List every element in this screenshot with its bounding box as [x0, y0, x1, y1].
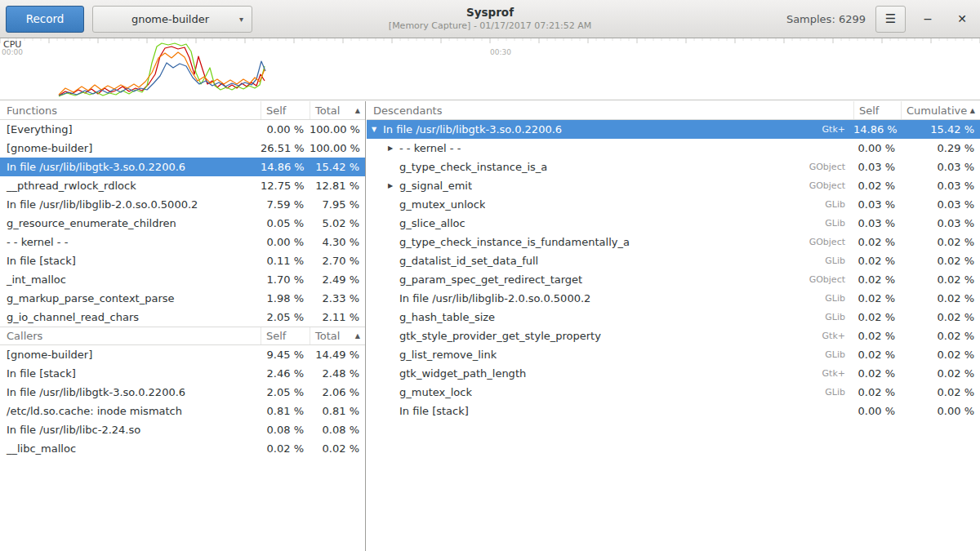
self-value: 0.03 %	[853, 161, 901, 173]
expander-expanded-icon[interactable]: ▼	[372, 126, 383, 133]
self-value: 0.02 %	[853, 386, 901, 398]
descendant-name-cell: g_mutex_unlockGLib	[367, 198, 853, 211]
cumulative-value: 15.42 %	[901, 123, 980, 136]
table-row[interactable]: __pthread_rwlock_rdlock12.75 %12.81 %	[0, 176, 365, 195]
cumulative-value: 0.02 %	[901, 311, 980, 323]
table-row[interactable]: g_resource_enumerate_children0.05 %5.02 …	[0, 214, 365, 233]
cumulative-value: 0.02 %	[901, 273, 980, 286]
library-badge: GLib	[817, 312, 853, 322]
self-value: 0.02 %	[853, 330, 901, 342]
descendant-name-cell: g_param_spec_get_redirect_targetGObject	[367, 273, 853, 286]
total-value: 4.30 %	[310, 236, 365, 248]
tree-row[interactable]: In file /usr/lib/libglib-2.0.so.0.5000.2…	[367, 289, 980, 308]
menu-button[interactable]: ☰	[875, 6, 906, 33]
table-row[interactable]: __libc_malloc0.02 %0.02 %	[0, 439, 365, 458]
function-name: - - kernel - -	[0, 236, 261, 248]
self-value: 0.05 %	[261, 217, 310, 229]
tree-row[interactable]: g_type_check_instance_is_aGObject0.03 %0…	[367, 158, 980, 176]
callers-total-column-header[interactable]: Total ▲	[310, 327, 365, 344]
process-selector-dropdown[interactable]: gnome-builder ▾	[92, 6, 252, 33]
self-value: 14.86 %	[261, 161, 310, 173]
descendant-name-cell: g_datalist_id_set_data_fullGLib	[367, 255, 853, 267]
tree-row[interactable]: ▼In file /usr/lib/libgtk-3.so.0.2200.6Gt…	[367, 120, 980, 139]
self-value: 0.02 %	[853, 311, 901, 323]
tree-row[interactable]: g_slice_allocGLib0.03 %0.03 %	[367, 214, 980, 233]
expander-collapsed-icon[interactable]: ▶	[388, 144, 399, 152]
functions-column-header[interactable]: Functions	[0, 101, 261, 119]
cpu-usage-graph[interactable]: CPU 00:00 00:30	[0, 38, 980, 100]
self-value: 0.03 %	[853, 217, 901, 229]
close-icon: ✕	[957, 12, 967, 25]
total-value: 0.08 %	[310, 424, 365, 436]
library-badge: Gtk+	[814, 331, 853, 341]
expander-collapsed-icon[interactable]: ▶	[388, 182, 399, 189]
table-row[interactable]: [gnome-builder]9.45 %14.49 %	[0, 345, 365, 364]
self-value: 0.02 %	[853, 255, 901, 267]
tree-row[interactable]: gtk_style_provider_get_style_propertyGtk…	[367, 327, 980, 345]
minimize-button[interactable]: −	[915, 6, 940, 33]
self-value: 2.05 %	[261, 311, 310, 323]
function-name: g_mutex_unlock	[399, 198, 485, 211]
time-label-mid: 00:30	[490, 48, 511, 56]
tree-row[interactable]: g_datalist_id_set_data_fullGLib0.02 %0.0…	[367, 251, 980, 270]
record-button[interactable]: Record	[6, 6, 84, 33]
tree-row[interactable]: g_mutex_unlockGLib0.03 %0.03 %	[367, 195, 980, 214]
table-row[interactable]: /etc/ld.so.cache: inode mismatch0.81 %0.…	[0, 402, 365, 420]
cumulative-value: 0.03 %	[901, 217, 980, 229]
table-row[interactable]: In file /usr/lib/libgtk-3.so.0.2200.614.…	[0, 158, 365, 176]
self-value: 1.98 %	[261, 292, 310, 304]
table-row[interactable]: In file [stack]0.11 %2.70 %	[0, 251, 365, 270]
callers-column-header[interactable]: Callers	[0, 327, 261, 344]
table-row[interactable]: [Everything]0.00 %100.00 %	[0, 120, 365, 139]
function-name: g_signal_emit	[399, 180, 472, 192]
table-row[interactable]: g_io_channel_read_chars2.05 %2.11 %	[0, 308, 365, 327]
self-value: 12.75 %	[261, 180, 310, 192]
table-row[interactable]: In file [stack]2.46 %2.48 %	[0, 364, 365, 383]
callers-self-column-header[interactable]: Self	[261, 327, 310, 344]
tree-row[interactable]: g_mutex_lockGLib0.02 %0.02 %	[367, 383, 980, 402]
tree-row[interactable]: g_type_check_instance_is_fundamentally_a…	[367, 233, 980, 251]
table-row[interactable]: g_markup_parse_context_parse1.98 %2.33 %	[0, 289, 365, 308]
self-value: 0.03 %	[853, 198, 901, 211]
cumulative-value: 0.02 %	[901, 236, 980, 248]
self-value: 14.86 %	[853, 123, 901, 136]
table-row[interactable]: In file /usr/lib/libglib-2.0.so.0.5000.2…	[0, 195, 365, 214]
cumulative-value: 0.02 %	[901, 292, 980, 304]
function-name: In file /usr/lib/libgtk-3.so.0.2200.6	[0, 386, 261, 398]
functions-self-column-header[interactable]: Self	[261, 101, 310, 119]
tree-row[interactable]: g_param_spec_get_redirect_targetGObject0…	[367, 270, 980, 289]
functions-header: Functions Self Total ▲	[0, 101, 365, 120]
function-name: g_list_remove_link	[399, 349, 497, 361]
table-row[interactable]: In file /usr/lib/libgtk-3.so.0.2200.62.0…	[0, 383, 365, 402]
table-row[interactable]: _int_malloc1.70 %2.49 %	[0, 270, 365, 289]
tree-row[interactable]: ▶- - kernel - -0.00 %0.29 %	[367, 139, 980, 158]
self-value: 0.02 %	[853, 292, 901, 304]
self-value: 9.45 %	[261, 349, 310, 361]
left-pane: Functions Self Total ▲ [Everything]0.00 …	[0, 101, 366, 551]
self-value: 0.02 %	[853, 180, 901, 192]
descendant-name-cell: ▶g_signal_emitGObject	[367, 180, 853, 192]
descendants-header: Descendants Self Cumulative ▲	[367, 101, 980, 120]
function-name: g_datalist_id_set_data_full	[399, 255, 538, 267]
table-row[interactable]: - - kernel - -0.00 %4.30 %	[0, 233, 365, 251]
functions-total-column-header[interactable]: Total ▲	[310, 101, 365, 119]
tree-row[interactable]: In file [stack]0.00 %0.00 %	[367, 402, 980, 420]
self-value: 26.51 %	[261, 142, 310, 154]
self-value: 0.02 %	[853, 367, 901, 380]
close-button[interactable]: ✕	[950, 6, 974, 33]
function-name: [Everything]	[0, 123, 261, 136]
table-row[interactable]: [gnome-builder]26.51 %100.00 %	[0, 139, 365, 158]
tree-row[interactable]: gtk_widget_path_lengthGtk+0.02 %0.02 %	[367, 364, 980, 383]
function-name: In file /usr/lib/libglib-2.0.so.0.5000.2	[399, 292, 590, 304]
table-row[interactable]: In file /usr/lib/libc-2.24.so0.08 %0.08 …	[0, 420, 365, 439]
descendants-column-header[interactable]: Descendants	[367, 101, 853, 119]
total-value: 100.00 %	[310, 123, 365, 136]
descendants-self-column-header[interactable]: Self	[853, 101, 901, 119]
tree-row[interactable]: g_hash_table_sizeGLib0.02 %0.02 %	[367, 308, 980, 327]
tree-row[interactable]: ▶g_signal_emitGObject0.02 %0.03 %	[367, 176, 980, 195]
tree-row[interactable]: g_list_remove_linkGLib0.02 %0.02 %	[367, 345, 980, 364]
function-name: [gnome-builder]	[0, 142, 261, 154]
library-badge: GLib	[817, 218, 853, 229]
descendants-cumulative-column-header[interactable]: Cumulative ▲	[901, 101, 980, 119]
cumulative-value: 0.02 %	[901, 367, 980, 380]
